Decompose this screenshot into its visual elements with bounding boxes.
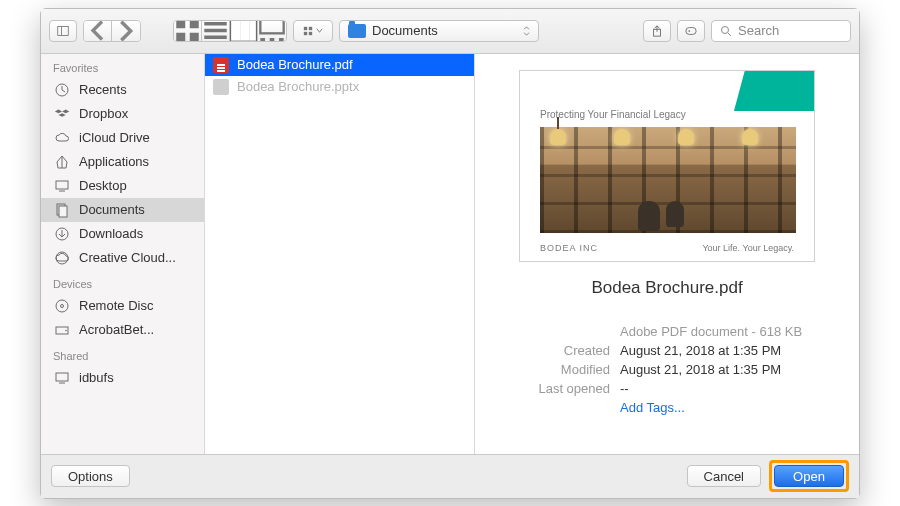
created-label: Created (502, 343, 610, 358)
open-dialog: Documents Search FavoritesRecentsDropbox… (40, 8, 860, 499)
path-label: Documents (372, 23, 438, 38)
sidebar-item-applications[interactable]: Applications (41, 150, 204, 174)
file-row[interactable]: Bodea Brochure.pptx (205, 76, 474, 98)
ppt-icon (213, 79, 229, 95)
svg-rect-13 (260, 38, 265, 42)
sidebar-item-documents[interactable]: Documents (41, 198, 204, 222)
nav-forward-button[interactable] (112, 21, 140, 41)
sidebar-item-label: Downloads (79, 226, 143, 241)
drive-icon (53, 322, 71, 338)
lastopened-label: Last opened (502, 381, 610, 396)
nav-back-button[interactable] (84, 21, 112, 41)
svg-point-36 (65, 329, 67, 331)
thumb-title: Protecting Your Financial Legacy (540, 109, 686, 120)
svg-rect-37 (56, 373, 68, 381)
list-view-button[interactable] (202, 21, 230, 41)
file-row[interactable]: Bodea Brochure.pdf (205, 54, 474, 76)
svg-point-23 (722, 26, 729, 33)
clock-icon (53, 82, 71, 98)
sidebar-item-recents[interactable]: Recents (41, 78, 204, 102)
thumb-footer-right: Your Life. Your Legacy. (702, 243, 794, 253)
sidebar-item-label: Applications (79, 154, 149, 169)
doc-type: Adobe PDF document - 618 KB (620, 324, 802, 339)
file-list: Bodea Brochure.pdfBodea Brochure.pptx (205, 54, 475, 454)
main-area: FavoritesRecentsDropboxiCloud DriveAppli… (41, 54, 859, 454)
sidebar-item-label: Dropbox (79, 106, 128, 121)
open-button[interactable]: Open (774, 465, 844, 487)
svg-rect-2 (176, 20, 185, 29)
svg-rect-4 (176, 33, 185, 42)
apps-icon (53, 154, 71, 170)
disc-icon (53, 298, 71, 314)
sidebar-item-label: Recents (79, 82, 127, 97)
svg-rect-19 (309, 31, 312, 34)
svg-point-22 (688, 30, 690, 32)
dropbox-icon (53, 106, 71, 122)
server-icon (53, 370, 71, 386)
column-view-button[interactable] (230, 21, 258, 41)
svg-rect-15 (279, 38, 284, 42)
sidebar-item-label: Creative Cloud... (79, 250, 176, 265)
file-name: Bodea Brochure.pdf (237, 57, 353, 72)
search-input[interactable]: Search (711, 20, 851, 42)
svg-point-33 (56, 300, 68, 312)
view-mode-switcher (173, 20, 287, 42)
svg-rect-9 (232, 22, 239, 40)
lastopened-value: -- (620, 381, 629, 396)
svg-point-34 (61, 304, 64, 307)
svg-rect-5 (190, 33, 199, 42)
toolbar: Documents Search (41, 9, 859, 54)
desktop-icon (53, 178, 71, 194)
svg-rect-11 (250, 22, 255, 40)
svg-rect-21 (686, 27, 696, 34)
gallery-view-button[interactable] (258, 21, 286, 41)
sidebar-item-desktop[interactable]: Desktop (41, 174, 204, 198)
svg-rect-17 (309, 26, 312, 29)
sidebar-toggle-button[interactable] (49, 20, 77, 42)
preview-thumbnail: Protecting Your Financial Legacy BODEA I… (519, 70, 815, 262)
cancel-button[interactable]: Cancel (687, 465, 761, 487)
created-value: August 21, 2018 at 1:35 PM (620, 343, 781, 358)
sidebar-item-dropbox[interactable]: Dropbox (41, 102, 204, 126)
search-placeholder: Search (738, 23, 779, 38)
svg-rect-30 (59, 206, 67, 217)
svg-rect-16 (304, 26, 307, 29)
sidebar-section-header: Shared (41, 342, 204, 366)
modified-value: August 21, 2018 at 1:35 PM (620, 362, 781, 377)
preview-pane: Protecting Your Financial Legacy BODEA I… (475, 54, 859, 454)
sidebar-item-icloud-drive[interactable]: iCloud Drive (41, 126, 204, 150)
group-by-button[interactable] (293, 20, 333, 42)
svg-rect-18 (304, 31, 307, 34)
sidebar-item-creative-cloud[interactable]: Creative Cloud... (41, 246, 204, 270)
cloud-icon (53, 130, 71, 146)
sidebar: FavoritesRecentsDropboxiCloud DriveAppli… (41, 54, 205, 454)
bottom-bar: Options Cancel Open (41, 454, 859, 498)
svg-rect-0 (58, 26, 69, 35)
open-button-highlight: Open (769, 460, 849, 492)
sidebar-item-label: Desktop (79, 178, 127, 193)
sidebar-item-label: AcrobatBet... (79, 322, 154, 337)
modified-label: Modified (502, 362, 610, 377)
sidebar-item-label: iCloud Drive (79, 130, 150, 145)
add-tags-link[interactable]: Add Tags... (620, 400, 685, 415)
share-button[interactable] (643, 20, 671, 42)
sidebar-item-downloads[interactable]: Downloads (41, 222, 204, 246)
nav-back-forward (83, 20, 141, 42)
creative-cloud-icon (53, 250, 71, 266)
file-name: Bodea Brochure.pptx (237, 79, 359, 94)
svg-rect-10 (241, 22, 248, 40)
sidebar-item-label: Documents (79, 202, 145, 217)
preview-metadata: Adobe PDF document - 618 KB CreatedAugus… (502, 322, 832, 417)
svg-line-24 (728, 33, 731, 36)
path-popup[interactable]: Documents (339, 20, 539, 42)
tags-button[interactable] (677, 20, 705, 42)
icon-view-button[interactable] (174, 21, 202, 41)
sidebar-item-acrobatbet[interactable]: AcrobatBet... (41, 318, 204, 342)
sidebar-item-idbufs[interactable]: idbufs (41, 366, 204, 390)
sidebar-item-remote-disc[interactable]: Remote Disc (41, 294, 204, 318)
svg-rect-14 (270, 38, 275, 42)
options-button[interactable]: Options (51, 465, 130, 487)
sidebar-item-label: Remote Disc (79, 298, 153, 313)
sidebar-section-header: Favorites (41, 54, 204, 78)
downloads-icon (53, 226, 71, 242)
